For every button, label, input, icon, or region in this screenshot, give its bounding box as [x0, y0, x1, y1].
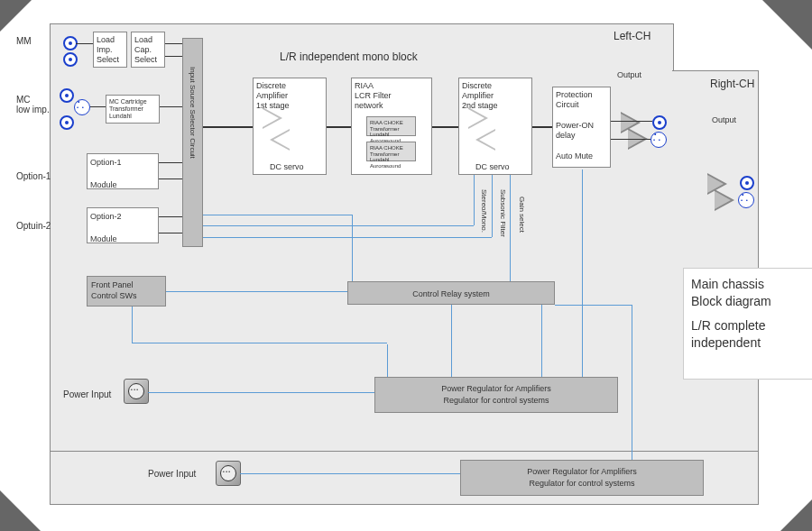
mm-line: [76, 43, 93, 44]
corner-br: [780, 499, 812, 531]
sig-line-1: [203, 126, 253, 128]
opt2-line2: [159, 233, 182, 233]
reg-h1: [132, 343, 387, 343]
amp1-block: Discrete Amplifier 1st stage DC servo: [253, 78, 327, 175]
power-input2-label: Power Input: [148, 469, 196, 479]
note-l1: Main chassis: [691, 276, 812, 293]
ctrl-line-2: [203, 225, 474, 226]
power-input1-label: Power Input: [63, 389, 111, 399]
corner-tl: [0, 0, 32, 32]
corner-tr: [762, 0, 812, 50]
corner-bl: [0, 490, 41, 531]
mm-sel-line: [165, 43, 182, 44]
left-ch-label: Left-CH: [614, 30, 651, 42]
out-line-l1: [611, 121, 652, 122]
note-l2: Block diagram: [691, 293, 812, 310]
out-line-l2: [611, 139, 651, 140]
mm-sel-line2: [165, 56, 182, 57]
opt1-line2: [159, 179, 182, 179]
ctrl-v1: [474, 175, 475, 225]
mc-jack-2: [60, 115, 74, 130]
gain-select-label: Gain select: [518, 197, 526, 233]
reg-v1: [387, 344, 388, 377]
right-ch-label: Right-CH: [710, 78, 754, 90]
pwr-reg2-line: [240, 473, 460, 474]
mm-label: MM: [16, 36, 32, 46]
riaa-block: RIAA LCR Filter network RIAA CHOKE Trans…: [351, 78, 432, 175]
mc-sel-line: [160, 106, 182, 107]
pwr-reg1-line: [148, 392, 374, 393]
sig-line-3: [432, 126, 458, 128]
relay-reg-v: [451, 305, 452, 377]
mc-cartridge-block: MC Cartridge Transformer Lundahl: [106, 95, 160, 124]
output-label-l: Output: [617, 70, 641, 79]
mm-jack-2: [63, 52, 78, 67]
out-jack-r1: [740, 176, 754, 190]
mc-xlr: [74, 99, 90, 115]
amp2-title: Discrete Amplifier 2nd stage: [462, 81, 529, 110]
front-panel-block: Front Panel Control SWs: [87, 276, 166, 307]
amp2-block: Discrete Amplifier 2nd stage DC servo: [458, 78, 532, 175]
power-connector-1: [124, 379, 149, 404]
control-relay-block: Control Relay system: [347, 281, 555, 305]
reg-right-h: [555, 305, 632, 306]
choke-2: RIAA CHOKE Transformer Lundahl Aurorasou…: [366, 142, 416, 161]
ctrl-v2: [492, 175, 493, 237]
ctrl-line-3: [203, 237, 492, 238]
mc-line: [90, 106, 106, 107]
input-selector-block: Input Source Selector Circuit: [182, 38, 203, 247]
reg-right-v: [632, 305, 632, 460]
stereo-mono-label: Stereo/Mono.: [480, 189, 488, 233]
input-selector-label: Input Source Selector Circuit: [189, 67, 197, 159]
power-connector-2: [216, 461, 241, 486]
sig-line-2: [327, 126, 351, 128]
opt2-line1: [159, 216, 182, 217]
power-regulator-2: Power Regulator for Amplifiers Regulator…: [460, 460, 704, 496]
ctrl-v3: [510, 175, 511, 281]
relay-reg-v2: [541, 305, 542, 377]
sig-line-4: [532, 126, 552, 128]
ctrl-v0: [352, 215, 353, 281]
note-l3: L/R complete: [691, 317, 812, 334]
title-label: L/R independent mono block: [280, 50, 418, 63]
choke-1: RIAA CHOKE Transformer Lundahl Aurorasou…: [366, 116, 416, 136]
load-cap-block: Load Cap. Select: [131, 32, 165, 68]
subsonic-filter-label: Subsonic Filter: [499, 189, 507, 237]
ctrl-line-1: [203, 215, 352, 215]
option1-module: Option-1 Module: [87, 153, 159, 189]
option2-label: Optuin-2: [16, 221, 51, 231]
out-jack-l1: [652, 115, 667, 130]
dc-servo-2-label: DC servo: [475, 162, 510, 171]
power-regulator-1: Power Regulator for Amplifiers Regulator…: [374, 377, 618, 413]
out-xlr-l: [651, 132, 667, 148]
output-label-r: Output: [712, 115, 736, 124]
option2-module: Option-2 Module: [87, 207, 159, 243]
mc-jack-1: [60, 88, 74, 103]
dc-servo-1-label: DC servo: [270, 162, 304, 171]
prot-reg-v: [582, 169, 583, 377]
note-l4: independent: [691, 334, 812, 352]
opt1-line1: [159, 162, 182, 163]
fp-relay-line: [166, 291, 347, 292]
protection-block: Protection Circuit Power-ON delay Auto M…: [552, 87, 611, 168]
load-imp-block: Load Imp. Select: [93, 32, 127, 68]
riaa-title: RIAA LCR Filter network: [355, 81, 429, 110]
fp-v: [132, 307, 133, 343]
out-xlr-r: [738, 192, 754, 208]
amp1-title: Discrete Amplifier 1st stage: [256, 81, 323, 110]
note-box: Main chassis Block diagram L/R complete …: [683, 268, 812, 380]
option1-label: Option-1: [16, 171, 51, 181]
mc-label: MC low imp.: [16, 95, 50, 114]
